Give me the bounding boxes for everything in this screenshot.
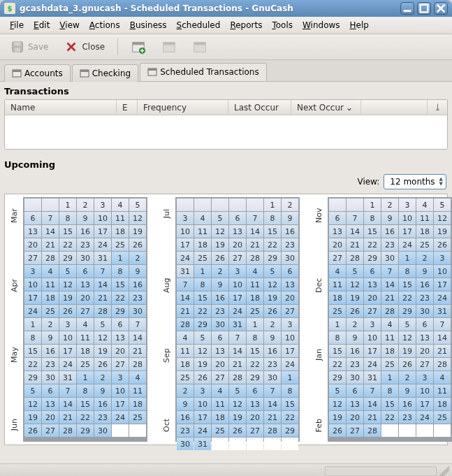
calendar-day-cell[interactable]: 10 (59, 331, 76, 344)
calendar-day-cell[interactable]: 28 (381, 305, 398, 317)
calendar-day-cell[interactable]: 3 (434, 252, 451, 264)
calendar-day-cell[interactable]: 6 (24, 212, 41, 224)
calendar-day-cell[interactable]: 10 (434, 265, 451, 277)
menu-tools[interactable]: Tools (268, 19, 297, 31)
calendar-day-cell[interactable]: 6 (347, 384, 363, 397)
calendar-day-cell[interactable]: 11 (329, 278, 346, 291)
calendar-day-cell[interactable]: 9 (177, 398, 194, 410)
calendar-day-cell[interactable]: 31 (94, 252, 111, 264)
delete-schedule-button[interactable] (188, 37, 212, 57)
calendar-day-cell[interactable]: 11 (434, 384, 451, 397)
calendar-day-cell[interactable]: 8 (381, 384, 398, 397)
calendar-day-cell[interactable]: 16 (347, 345, 363, 357)
calendar-day-cell[interactable]: 31 (364, 371, 381, 384)
calendar-day-cell[interactable]: 12 (194, 345, 211, 357)
calendar-day-cell[interactable]: 16 (94, 398, 111, 410)
calendar-day-cell[interactable]: 27 (364, 305, 381, 317)
calendar-day-cell[interactable]: 7 (347, 212, 363, 224)
calendar-day-cell[interactable]: 7 (364, 384, 381, 397)
calendar-day-cell[interactable]: 13 (112, 331, 129, 344)
calendar-day-cell[interactable]: 2 (264, 318, 281, 331)
calendar-day-cell[interactable]: 24 (59, 358, 76, 370)
calendar-day-cell[interactable]: 1 (112, 252, 129, 264)
calendar-day-cell[interactable]: 14 (434, 331, 451, 344)
calendar-day-cell[interactable]: 12 (24, 398, 41, 410)
calendar-day-cell[interactable]: 31 (177, 265, 194, 277)
calendar-day-cell[interactable]: 29 (364, 252, 381, 264)
calendar-day-cell[interactable]: 23 (416, 291, 433, 304)
calendar-day-cell[interactable]: 28 (264, 424, 281, 437)
calendar-day-cell[interactable]: 2 (416, 252, 433, 264)
menu-windows[interactable]: Windows (298, 19, 344, 31)
calendar-day-cell[interactable]: 25 (112, 238, 129, 251)
calendar-day-cell[interactable]: 26 (434, 238, 451, 251)
calendar-day-cell[interactable]: 10 (94, 212, 111, 224)
calendar-day-cell[interactable]: 9 (381, 212, 398, 224)
window-close-button[interactable] (434, 2, 448, 15)
calendar-day-cell[interactable]: 9 (212, 278, 228, 291)
menu-view[interactable]: View (55, 19, 83, 31)
calendar-day-cell[interactable]: 8 (59, 212, 76, 224)
calendar-day-cell[interactable]: 24 (399, 238, 416, 251)
calendar-day-cell[interactable]: 9 (129, 265, 146, 277)
calendar-day-cell[interactable]: 16 (399, 398, 416, 410)
calendar-day-cell[interactable]: 15 (194, 291, 211, 304)
calendar-day-cell[interactable]: 26 (24, 424, 41, 437)
calendar-day-cell[interactable]: 20 (416, 345, 433, 357)
calendar-day-cell[interactable]: 17 (399, 225, 416, 238)
calendar-day-cell[interactable]: 25 (329, 305, 346, 317)
calendar-day-cell[interactable]: 8 (194, 278, 211, 291)
calendar-day-cell[interactable]: 10 (399, 212, 416, 224)
calendar-day-cell[interactable]: 2 (177, 384, 194, 397)
calendar-day-cell[interactable]: 26 (347, 305, 363, 317)
column-action[interactable]: ⤓ (428, 100, 447, 115)
calendar-day-cell[interactable]: 23 (177, 424, 194, 437)
calendar-day-cell[interactable]: 13 (247, 398, 263, 410)
calendar-day-cell[interactable]: 9 (264, 331, 281, 344)
calendar-day-cell[interactable]: 11 (212, 398, 228, 410)
calendar-day-cell[interactable]: 15 (247, 345, 263, 357)
column-last-occur[interactable]: Last Occur (228, 100, 291, 115)
calendar-day-cell[interactable]: 27 (229, 252, 246, 264)
calendar-day-cell[interactable]: 22 (399, 291, 416, 304)
calendar-day-cell[interactable]: 22 (77, 411, 94, 424)
calendar-day-cell[interactable]: 28 (177, 318, 194, 331)
calendar-day-cell[interactable]: 15 (399, 278, 416, 291)
calendar-day-cell[interactable]: 27 (112, 358, 129, 370)
calendar-day-cell[interactable]: 7 (381, 265, 398, 277)
calendar-day-cell[interactable]: 1 (194, 265, 211, 277)
calendar-day-cell[interactable]: 29 (399, 305, 416, 317)
calendar-day-cell[interactable]: 11 (112, 212, 129, 224)
calendar-day-cell[interactable]: 28 (129, 358, 146, 370)
calendar-day-cell[interactable]: 9 (42, 331, 59, 344)
calendar-day-cell[interactable]: 24 (24, 305, 41, 317)
calendar-day-cell[interactable]: 20 (24, 238, 41, 251)
calendar-day-cell[interactable]: 6 (247, 384, 263, 397)
calendar-day-cell[interactable]: 27 (416, 358, 433, 370)
calendar-day-cell[interactable]: 4 (42, 265, 59, 277)
calendar-day-cell[interactable]: 19 (229, 411, 246, 424)
calendar-day-cell[interactable]: 17 (416, 398, 433, 410)
calendar-day-cell[interactable]: 3 (112, 371, 129, 384)
tab-scheduled-transactions[interactable]: Scheduled Transactions (140, 63, 266, 81)
calendar-day-cell[interactable]: 2 (129, 252, 146, 264)
calendar-day-cell[interactable]: 28 (347, 252, 363, 264)
calendar-day-cell[interactable]: 25 (177, 371, 194, 384)
calendar-day-cell[interactable]: 20 (247, 411, 263, 424)
calendar-day-cell[interactable]: 4 (434, 371, 451, 384)
calendar-day-cell[interactable]: 29 (247, 371, 263, 384)
calendar-day-cell[interactable]: 4 (381, 318, 398, 331)
calendar-day-cell[interactable]: 4 (247, 265, 263, 277)
calendar-day-cell[interactable]: 1 (282, 371, 298, 384)
column-next-occur[interactable]: Next Occur⌄ (291, 100, 361, 115)
calendar-day-cell[interactable]: 23 (212, 305, 228, 317)
window-minimize-button[interactable] (400, 2, 414, 15)
calendar-day-cell[interactable]: 3 (416, 371, 433, 384)
calendar-day-cell[interactable]: 28 (59, 424, 76, 437)
calendar-day-cell[interactable]: 6 (364, 265, 381, 277)
calendar-day-cell[interactable]: 20 (77, 291, 94, 304)
calendar-day-cell[interactable]: 23 (381, 238, 398, 251)
calendar-day-cell[interactable]: 12 (129, 212, 146, 224)
calendar-day-cell[interactable]: 9 (282, 212, 298, 224)
calendar-day-cell[interactable]: 15 (112, 278, 129, 291)
